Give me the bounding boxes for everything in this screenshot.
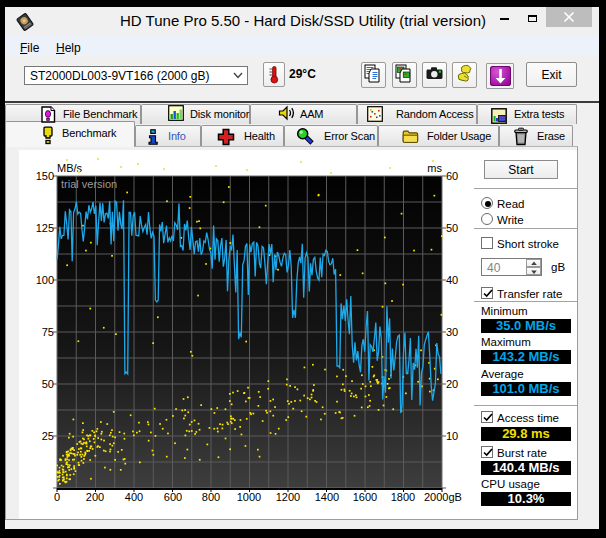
- svg-text:trial version: trial version: [61, 178, 117, 190]
